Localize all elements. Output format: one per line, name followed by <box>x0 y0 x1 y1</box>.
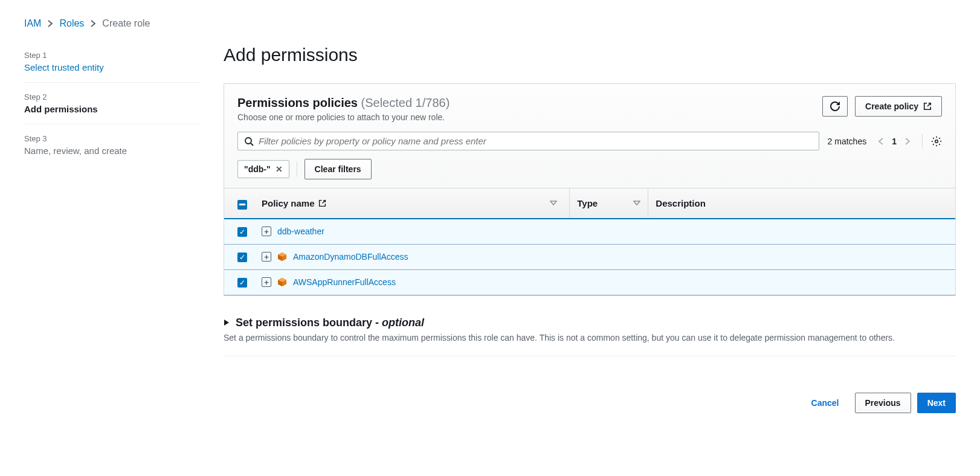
settings-icon[interactable] <box>931 136 942 147</box>
next-page-icon[interactable] <box>901 134 914 149</box>
chevron-right-icon <box>47 20 53 27</box>
policy-name-link[interactable]: ddb-weather <box>277 227 324 236</box>
step-2: Step 2 Add permissions <box>24 82 199 124</box>
select-all-checkbox[interactable] <box>237 200 247 210</box>
sort-icon[interactable] <box>633 200 640 206</box>
col-policy-name[interactable]: Policy name <box>262 198 315 208</box>
page-number: 1 <box>892 137 897 146</box>
cancel-button[interactable]: Cancel <box>802 393 849 413</box>
svg-point-0 <box>245 138 251 144</box>
step-num: Step 2 <box>24 92 199 101</box>
table-row: ✓+AWSAppRunnerFullAccess <box>224 269 955 295</box>
expand-row-icon[interactable]: + <box>262 227 271 236</box>
aws-managed-icon <box>277 252 287 262</box>
refresh-icon <box>830 101 840 111</box>
expand-icon <box>224 319 230 326</box>
panel-selected-count: (Selected 1/786) <box>361 96 450 109</box>
panel-title: Permissions policies <box>237 96 358 109</box>
panel-description: Choose one or more policies to attach to… <box>237 112 450 122</box>
external-link-icon <box>923 102 932 111</box>
optional-label: optional <box>382 317 424 329</box>
breadcrumb-iam[interactable]: IAM <box>24 18 41 29</box>
boundary-title: Set permissions boundary - <box>236 317 382 329</box>
prev-page-icon[interactable] <box>875 134 887 149</box>
separator <box>297 162 297 176</box>
previous-button[interactable]: Previous <box>855 393 911 413</box>
permissions-policies-panel: Permissions policies (Selected 1/786) Ch… <box>224 83 956 296</box>
clear-filters-button[interactable]: Clear filters <box>305 159 372 179</box>
policies-table: Policy name <box>224 188 955 295</box>
row-checkbox[interactable]: ✓ <box>237 227 247 237</box>
permissions-boundary-section: Set permissions boundary - optional Set … <box>224 310 956 356</box>
boundary-header[interactable]: Set permissions boundary - optional <box>224 317 956 329</box>
step-title: Select trusted entity <box>24 62 199 72</box>
policy-name-link[interactable]: AmazonDynamoDBFullAccess <box>293 252 408 262</box>
chevron-right-icon <box>90 20 96 27</box>
row-checkbox[interactable]: ✓ <box>237 278 247 288</box>
svg-point-1 <box>935 140 938 143</box>
col-description[interactable]: Description <box>656 198 706 208</box>
separator <box>922 134 923 149</box>
wizard-steps: Step 1 Select trusted entity Step 2 Add … <box>24 41 199 431</box>
step-num: Step 1 <box>24 51 199 60</box>
breadcrumb-roles[interactable]: Roles <box>59 18 84 29</box>
pagination: 1 <box>875 134 914 149</box>
aws-managed-icon <box>277 277 287 287</box>
match-count: 2 matches <box>828 137 867 146</box>
sort-icon[interactable] <box>550 200 557 206</box>
next-button[interactable]: Next <box>917 393 956 413</box>
refresh-button[interactable] <box>822 96 848 117</box>
search-input[interactable] <box>259 136 813 146</box>
policy-search[interactable] <box>237 132 819 150</box>
expand-row-icon[interactable]: + <box>262 252 271 262</box>
policy-name-link[interactable]: AWSAppRunnerFullAccess <box>293 277 396 287</box>
button-label: Create policy <box>865 101 918 111</box>
step-num: Step 3 <box>24 134 199 143</box>
search-icon <box>244 137 254 146</box>
step-title: Name, review, and create <box>24 146 199 156</box>
external-link-icon <box>318 199 326 207</box>
boundary-description: Set a permissions boundary to control th… <box>224 333 956 343</box>
table-row: ✓+AmazonDynamoDBFullAccess <box>224 244 955 269</box>
filter-token: "ddb-" ✕ <box>237 160 289 178</box>
page-title: Add permissions <box>224 45 956 65</box>
expand-row-icon[interactable]: + <box>262 277 271 287</box>
step-1[interactable]: Step 1 Select trusted entity <box>24 41 199 82</box>
filter-token-label: "ddb-" <box>244 164 271 174</box>
table-row: ✓+ddb-weather <box>224 219 955 245</box>
create-policy-button[interactable]: Create policy <box>855 96 942 117</box>
wizard-footer: Cancel Previous Next <box>224 393 956 431</box>
breadcrumb: IAM Roles Create role <box>24 0 956 41</box>
step-title: Add permissions <box>24 104 199 114</box>
row-checkbox[interactable]: ✓ <box>237 252 247 262</box>
step-3: Step 3 Name, review, and create <box>24 124 199 166</box>
breadcrumb-current: Create role <box>102 18 150 29</box>
close-icon[interactable]: ✕ <box>276 164 283 174</box>
col-type[interactable]: Type <box>577 198 598 208</box>
